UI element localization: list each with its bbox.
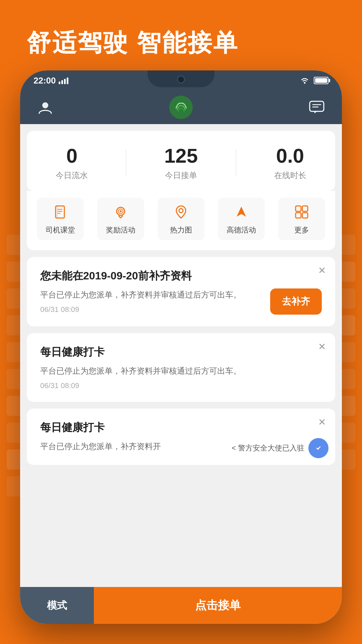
card-text-1: 平台已停止为您派单，补齐资料并审核通过后方可出车。 [40,288,241,301]
card-action-btn-1[interactable]: 去补齐 [270,288,322,315]
menu-label-amap: 高德活动 [227,225,256,235]
menu-label-more: 更多 [294,225,309,235]
stat-label-time: 在线时长 [274,170,306,181]
stat-online-time: 0.0 在线时长 [274,144,306,181]
menu-item-amap[interactable]: 高德活动 [218,198,265,240]
card-title-2: 每日健康打卡 [40,345,322,360]
svg-point-20 [42,102,48,108]
svg-point-21 [172,99,190,116]
menu-item-awards[interactable]: 奖励活动 [97,198,144,240]
location-icon [172,203,190,221]
police-text: < 警方安全大使已入驻 [232,443,304,453]
accept-order-button[interactable]: 点击接单 [94,587,342,624]
award-icon [112,203,130,221]
signal-icon [59,77,68,84]
notification-card-3: ✕ 每日健康打卡 平台已停止为您派单，补齐资料开 < 警方安全大使已入驻 + [27,409,335,465]
stat-value-revenue: 0 [66,144,77,167]
notification-card-1: ✕ 您未能在2019-09-20前补齐资料 平台已停止为您派单，补齐资料并审核通… [27,257,335,326]
stat-label-revenue: 今日流水 [56,170,88,181]
svg-rect-26 [57,206,58,218]
card-time-2: 06/31 08:09 [40,381,322,390]
notification-card-2: ✕ 每日健康打卡 平台已停止为您派单，补齐资料并审核通过后方可出车。 06/31… [27,333,335,402]
card-text-2: 平台已停止为您派单，补齐资料并审核通过后方可出车。 [40,365,322,377]
phone-notch [147,70,215,87]
book-icon [51,203,70,221]
stat-daily-revenue: 0 今日流水 [56,144,88,181]
mode-button[interactable]: 模式 [20,587,94,624]
phone-frame: 22:00 [20,70,342,624]
card-title-3: 每日健康打卡 [40,420,322,435]
camera-dot [178,76,184,83]
svg-rect-37 [302,206,308,211]
app-content: 0 今日流水 125 今日接单 0.0 在线时长 [20,124,342,624]
phone-screen: 22:00 [20,70,342,624]
menu-item-heatmap[interactable]: 热力图 [158,198,204,240]
svg-line-33 [121,216,123,218]
stat-divider-1 [126,149,126,176]
bottom-bar: 模式 点击接单 [20,587,342,624]
svg-rect-25 [56,206,64,218]
status-time: 22:00 [34,75,56,86]
stat-daily-orders: 125 今日接单 [164,144,198,181]
police-shield-icon: + [308,438,328,458]
card-close-3[interactable]: ✕ [315,415,328,429]
stats-section: 0 今日流水 125 今日接单 0.0 在线时长 [27,131,335,191]
stat-label-orders: 今日接单 [165,170,197,181]
card-body-1: 平台已停止为您派单，补齐资料并审核通过后方可出车。 06/31 08:09 去补… [40,288,322,315]
stat-value-time: 0.0 [276,144,304,167]
hero-text: 舒适驾驶 智能接单 [27,27,239,59]
battery-icon [314,77,328,84]
card-title-1: 您未能在2019-09-20前补齐资料 [40,269,322,283]
menu-label-awards: 奖励活动 [106,225,135,235]
card-close-2[interactable]: ✕ [315,340,328,353]
svg-point-34 [120,210,122,212]
app-header [20,91,342,124]
svg-point-35 [179,209,183,213]
wifi-icon [300,76,310,85]
svg-point-19 [304,82,306,84]
svg-rect-36 [296,206,301,211]
app-logo [169,96,193,119]
menu-item-more[interactable]: 更多 [278,198,325,240]
card-time-1: 06/31 08:09 [40,305,241,314]
menu-label-courses: 司机课堂 [46,225,75,235]
stat-divider-2 [236,149,236,176]
message-icon[interactable] [308,99,325,116]
card-close-1[interactable]: ✕ [315,264,328,277]
grid-icon [293,203,311,221]
menu-item-courses[interactable]: 司机课堂 [37,198,84,240]
svg-rect-22 [310,101,324,111]
stat-value-orders: 125 [164,144,198,167]
svg-rect-38 [296,213,301,218]
svg-text:+: + [317,447,319,451]
navigation-icon [232,203,251,221]
svg-rect-39 [302,213,308,218]
user-icon[interactable] [37,99,54,116]
quick-menu: 司机课堂 奖励活动 [27,191,335,250]
police-banner: < 警方安全大使已入驻 + [232,438,328,458]
menu-label-heatmap: 热力图 [170,225,192,235]
